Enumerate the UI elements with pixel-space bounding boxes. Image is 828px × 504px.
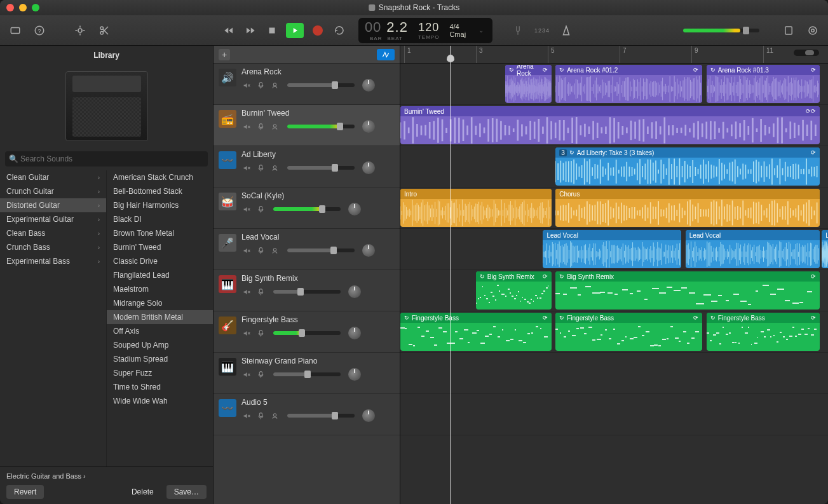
track-header[interactable]: 🎸Fingerstyle Bass xyxy=(214,311,400,353)
lcd-display[interactable]: 00 2.2 BARBEAT 120 TEMPO 4/4 Cmaj ⌄ xyxy=(358,18,492,43)
mute-button[interactable] xyxy=(241,411,252,421)
zoom-icon[interactable] xyxy=(32,4,39,11)
region[interactable]: ↻Arena Rock⟳ xyxy=(505,65,552,103)
rec-button[interactable] xyxy=(269,245,280,255)
rec-button[interactable] xyxy=(269,80,280,90)
library-category-item[interactable]: Experimental Guitar› xyxy=(0,212,106,226)
track-lane[interactable]: 3↻Ad Liberty: Take 3 (3 takes)⟳ xyxy=(400,146,828,187)
mute-button[interactable] xyxy=(241,121,252,132)
track-header[interactable]: 🔊Arena Rock xyxy=(214,64,400,105)
mute-button[interactable] xyxy=(241,287,252,297)
search-field[interactable]: 🔍 xyxy=(5,151,208,167)
track-volume-slider[interactable] xyxy=(287,125,355,128)
track-lane[interactable]: Burnin' Tweed⟳⟳ xyxy=(400,105,828,146)
notepad-icon[interactable] xyxy=(781,23,796,38)
track-header[interactable]: 🎹Big Synth Remix xyxy=(214,270,400,311)
region[interactable]: ↻Big Synth Remix⟳ xyxy=(476,271,552,310)
save-button[interactable]: Save… xyxy=(166,485,207,499)
pan-knob[interactable] xyxy=(362,79,375,92)
track-volume-slider[interactable] xyxy=(287,166,355,170)
library-category-item[interactable]: Clean Bass› xyxy=(0,226,106,240)
search-input[interactable] xyxy=(5,151,208,167)
chevron-down-icon[interactable]: ⌄ xyxy=(476,27,486,34)
track-volume-slider[interactable] xyxy=(287,249,355,252)
record-button[interactable] xyxy=(310,23,325,38)
library-preset-item[interactable]: Modern British Metal xyxy=(107,310,213,324)
library-category-item[interactable]: Crunch Bass› xyxy=(0,240,106,254)
pan-knob[interactable] xyxy=(362,244,375,257)
library-preset-item[interactable]: Super Fuzz xyxy=(107,366,213,380)
solo-button[interactable] xyxy=(255,369,266,379)
pan-knob[interactable] xyxy=(362,120,375,133)
library-preset-item[interactable]: Stadium Spread xyxy=(107,352,213,366)
mute-button[interactable] xyxy=(241,328,252,338)
pan-knob[interactable] xyxy=(362,409,375,422)
track-lane[interactable] xyxy=(400,353,828,394)
solo-button[interactable] xyxy=(255,287,266,297)
mute-button[interactable] xyxy=(241,163,252,173)
pan-knob[interactable] xyxy=(348,285,361,298)
pan-knob[interactable] xyxy=(348,368,361,381)
track-header[interactable]: 〰️Audio 5 xyxy=(214,394,400,435)
region[interactable]: Burnin' Tweed⟳⟳ xyxy=(400,106,820,144)
revert-button[interactable]: Revert xyxy=(6,485,44,499)
pan-knob[interactable] xyxy=(348,327,361,339)
stop-button[interactable] xyxy=(264,23,280,38)
playhead[interactable] xyxy=(451,46,451,504)
solo-button[interactable] xyxy=(255,411,266,421)
library-preset-item[interactable]: Maelstrom xyxy=(107,282,213,296)
ruler[interactable]: 1357911 xyxy=(400,46,828,64)
forward-button[interactable] xyxy=(243,23,258,38)
track-header[interactable]: 🥁SoCal (Kyle) xyxy=(214,187,400,229)
pan-knob[interactable] xyxy=(362,161,375,174)
library-preset-item[interactable]: Bell-Bottomed Stack xyxy=(107,184,213,198)
track-lane[interactable]: IntroChorus xyxy=(400,187,828,229)
cycle-button[interactable] xyxy=(332,23,347,38)
track-volume-slider[interactable] xyxy=(287,83,355,87)
rec-button[interactable] xyxy=(269,411,280,421)
track-volume-slider[interactable] xyxy=(273,372,341,376)
automation-button[interactable] xyxy=(377,49,395,60)
solo-button[interactable] xyxy=(255,204,266,214)
track-lane[interactable]: ↻Big Synth Remix⟳↻Big Synth Remix⟳ xyxy=(400,270,828,311)
scissors-icon[interactable] xyxy=(97,23,112,38)
solo-button[interactable] xyxy=(255,245,266,255)
mute-button[interactable] xyxy=(241,80,252,90)
play-button[interactable] xyxy=(286,23,304,38)
smart-controls-icon[interactable] xyxy=(72,23,88,38)
region[interactable]: Chorus xyxy=(555,189,820,227)
mute-button[interactable] xyxy=(241,204,252,214)
quick-help-button[interactable]: ? xyxy=(32,23,47,38)
track-volume-slider[interactable] xyxy=(273,207,341,211)
track-lane[interactable] xyxy=(400,394,828,435)
library-breadcrumb[interactable]: Electric Guitar and Bass › xyxy=(6,472,207,480)
mute-button[interactable] xyxy=(241,245,252,255)
master-volume-slider[interactable] xyxy=(683,29,759,32)
track-volume-slider[interactable] xyxy=(287,414,355,418)
library-preset-item[interactable]: Time to Shred xyxy=(107,380,213,394)
library-category-item[interactable]: Clean Guitar› xyxy=(0,170,106,184)
region[interactable]: ↻Big Synth Remix⟳ xyxy=(555,271,820,310)
solo-button[interactable] xyxy=(255,80,266,90)
track-volume-slider[interactable] xyxy=(273,331,341,335)
library-preset-item[interactable]: Souped Up Amp xyxy=(107,338,213,352)
mute-button[interactable] xyxy=(241,369,252,379)
region[interactable]: ↻Fingerstyle Bass⟳ xyxy=(400,313,552,351)
library-category-list[interactable]: Clean Guitar›Crunch Guitar›Distorted Gui… xyxy=(0,170,107,467)
library-preset-item[interactable]: Classic Drive xyxy=(107,254,213,268)
metronome-icon[interactable] xyxy=(559,23,574,38)
volume-knob[interactable] xyxy=(743,27,749,34)
library-preset-item[interactable]: Burnin' Tweed xyxy=(107,240,213,254)
library-preset-item[interactable]: Black DI xyxy=(107,212,213,226)
track-volume-slider[interactable] xyxy=(273,290,341,294)
pan-knob[interactable] xyxy=(348,203,361,215)
library-preset-item[interactable]: Flangilated Lead xyxy=(107,268,213,282)
delete-button[interactable]: Delete xyxy=(124,485,161,499)
close-icon[interactable] xyxy=(6,4,14,11)
track-header[interactable]: 🎹Steinway Grand Piano xyxy=(214,353,400,394)
region[interactable]: Lead xyxy=(822,230,828,268)
library-preset-item[interactable]: Big Hair Harmonics xyxy=(107,198,213,212)
rec-button[interactable] xyxy=(269,121,280,132)
region[interactable]: ↻Fingerstyle Bass⟳ xyxy=(555,313,702,351)
region[interactable]: ↻Arena Rock #01.2⟳ xyxy=(555,65,702,103)
